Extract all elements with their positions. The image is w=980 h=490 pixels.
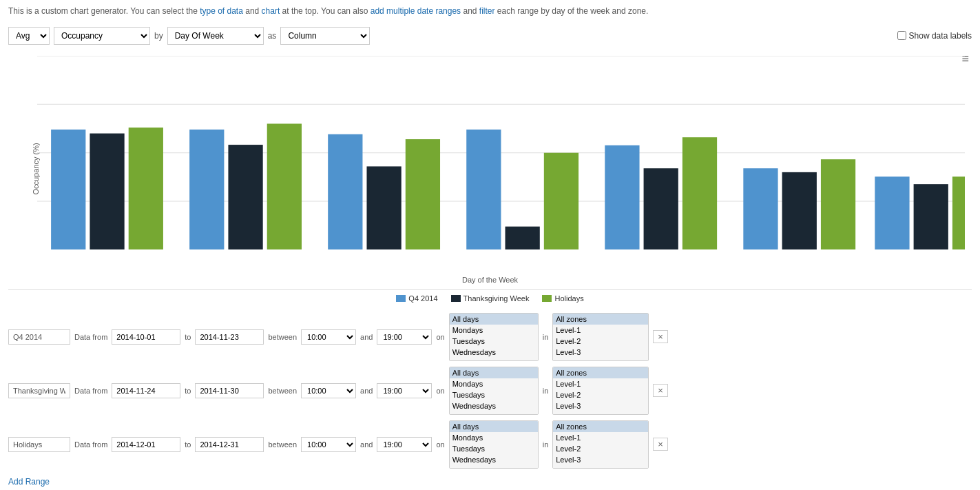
svg-rect-11 xyxy=(90,133,124,249)
range-1-delete-btn[interactable]: × xyxy=(653,330,668,343)
svg-rect-16 xyxy=(267,123,302,249)
legend-holidays-label: Holidays xyxy=(554,294,583,303)
range-1-on-label: on xyxy=(436,333,444,341)
ranges-section: Data from to between 10:0009:0008:00 and… xyxy=(0,310,980,490)
range-1-time-to[interactable]: 19:0018:0020:00 xyxy=(377,329,432,345)
svg-rect-32 xyxy=(821,159,855,249)
range-2-date-to[interactable] xyxy=(195,383,264,398)
legend-holidays-box xyxy=(542,295,552,302)
range-3-date-to[interactable] xyxy=(195,437,264,452)
show-labels-text: Show data labels xyxy=(909,31,972,41)
svg-rect-19 xyxy=(366,166,401,249)
range-3-to-label: to xyxy=(185,440,191,449)
svg-rect-28 xyxy=(682,137,717,249)
chart-svg: 100 75 50 25 0 Monday Tuesday xyxy=(37,56,965,249)
range-2-and-label: and xyxy=(360,387,373,395)
range-2-delete-btn[interactable]: × xyxy=(653,384,668,397)
range-3-and-label: and xyxy=(360,440,373,449)
legend-q4-box xyxy=(396,295,406,302)
range-3-between-label: between xyxy=(268,440,297,449)
group-select[interactable]: Day Of Week xyxy=(167,27,264,45)
legend-thanksgiving: Thanksgiving Week xyxy=(451,294,530,303)
svg-rect-24 xyxy=(544,153,578,250)
svg-rect-34 xyxy=(875,176,909,249)
range-row-3: Data from to between 10:00 and 19:00 on … xyxy=(8,420,972,469)
range-3-delete-btn[interactable]: × xyxy=(653,438,668,451)
chart-inner: ≡ Occupancy (%) 100 75 50 25 0 xyxy=(8,49,972,289)
range-2-to-label: to xyxy=(185,387,191,395)
metric-select[interactable]: Occupancy xyxy=(54,27,150,45)
legend-thanksgiving-label: Thanksgiving Week xyxy=(463,294,530,303)
svg-rect-10 xyxy=(51,130,85,250)
svg-rect-27 xyxy=(644,168,678,249)
range-2-data-label: Data from xyxy=(74,387,107,395)
range-2-date-from[interactable] xyxy=(112,383,180,398)
svg-rect-30 xyxy=(743,168,778,249)
as-label: as xyxy=(268,31,277,41)
legend-q4-label: Q4 2014 xyxy=(408,294,437,303)
range-3-in-label: in xyxy=(543,440,549,449)
range-2-time-to[interactable]: 19:00 xyxy=(377,383,432,398)
range-1-name[interactable] xyxy=(8,329,70,345)
range-1-in-label: in xyxy=(543,333,549,341)
svg-rect-22 xyxy=(466,130,501,250)
svg-rect-26 xyxy=(605,145,639,250)
range-1-days[interactable]: All days Mondays Tuesdays Wednesdays Thu… xyxy=(449,313,539,361)
range-1-date-to[interactable] xyxy=(195,329,264,345)
by-label: by xyxy=(154,31,163,41)
add-range-link[interactable]: Add Range xyxy=(8,477,50,487)
svg-rect-23 xyxy=(505,226,540,249)
range-1-time-from[interactable]: 10:0009:0008:00 xyxy=(301,329,356,345)
controls-row: Avg Occupancy by Day Of Week as Column S… xyxy=(0,23,980,49)
range-3-on-label: on xyxy=(436,440,444,449)
legend-q4: Q4 2014 xyxy=(396,294,437,303)
range-3-data-label: Data from xyxy=(74,440,107,449)
svg-rect-15 xyxy=(228,145,262,249)
range-3-name[interactable] xyxy=(8,437,70,452)
range-2-in-label: in xyxy=(543,387,549,395)
svg-rect-18 xyxy=(328,134,362,250)
range-2-between-label: between xyxy=(268,387,297,395)
range-3-time-to[interactable]: 19:00 xyxy=(377,437,432,452)
svg-rect-14 xyxy=(189,130,224,250)
svg-rect-35 xyxy=(914,184,948,249)
svg-rect-36 xyxy=(952,176,965,249)
legend: Q4 2014 Thanksgiving Week Holidays xyxy=(0,294,980,303)
range-3-days[interactable]: All days Mondays Tuesdays Wednesdays Thu… xyxy=(449,420,539,469)
range-1-between-label: between xyxy=(268,333,297,341)
chart-type-select[interactable]: Column xyxy=(280,27,370,45)
range-2-on-label: on xyxy=(436,387,444,395)
legend-holidays: Holidays xyxy=(542,294,583,303)
range-3-time-from[interactable]: 10:00 xyxy=(301,437,356,452)
range-1-zones[interactable]: All zones Level-1 Level-2 Level-3 Level-… xyxy=(552,313,649,361)
agg-select[interactable]: Avg xyxy=(8,27,50,45)
range-3-zones[interactable]: All zones Level-1 Level-2 Level-3 Level-… xyxy=(552,420,649,469)
range-1-and-label: and xyxy=(360,333,373,341)
svg-rect-20 xyxy=(406,139,440,249)
range-1-data-label: Data from xyxy=(74,333,107,341)
range-2-time-from[interactable]: 10:00 xyxy=(301,383,356,398)
legend-thanksgiving-box xyxy=(451,295,461,302)
range-2-days[interactable]: All days Mondays Tuesdays Wednesdays Thu… xyxy=(449,367,539,415)
range-2-zones[interactable]: All zones Level-1 Level-2 Level-3 Level-… xyxy=(552,367,649,415)
range-1-date-from[interactable] xyxy=(112,329,180,345)
info-text: This is a custom chart generator. You ca… xyxy=(0,0,980,23)
range-3-date-from[interactable] xyxy=(112,437,180,452)
svg-rect-12 xyxy=(129,127,163,249)
chart-area: ≡ Occupancy (%) 100 75 50 25 0 xyxy=(8,49,972,290)
range-1-to-label: to xyxy=(185,333,191,341)
show-labels-checkbox[interactable] xyxy=(897,31,906,40)
range-row-2: Data from to between 10:00 and 19:00 on … xyxy=(8,367,972,415)
show-labels-area: Show data labels xyxy=(897,31,972,41)
svg-rect-31 xyxy=(782,172,817,250)
range-2-name[interactable] xyxy=(8,383,70,398)
range-row-1: Data from to between 10:0009:0008:00 and… xyxy=(8,313,972,361)
x-axis-label: Day of the Week xyxy=(462,276,518,284)
